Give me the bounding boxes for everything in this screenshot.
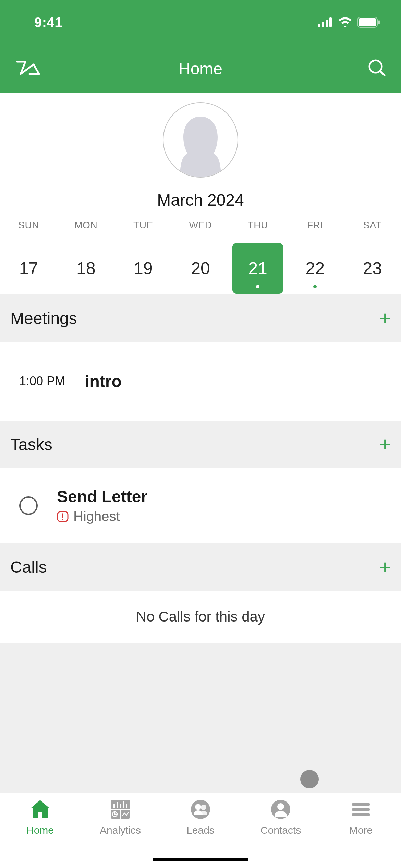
spacer <box>0 643 401 793</box>
tab-bar: Home Analytics <box>0 793 401 868</box>
task-checkbox[interactable] <box>19 496 38 515</box>
svg-rect-6 <box>378 20 380 24</box>
floating-indicator <box>300 770 319 788</box>
svg-rect-28 <box>352 808 370 811</box>
empty-text: No Calls for this day <box>136 608 265 625</box>
tab-label: Leads <box>186 824 215 836</box>
svg-rect-27 <box>352 803 370 806</box>
day-name: TUE <box>133 220 153 231</box>
week-calendar: SUN 17 MON 18 TUE 19 WED 20 THU 21 <box>0 220 401 294</box>
avatar[interactable] <box>163 102 238 178</box>
task-title: Send Letter <box>57 487 147 506</box>
svg-rect-20 <box>126 804 127 808</box>
day-number: 20 <box>191 258 210 278</box>
battery-icon <box>357 17 380 28</box>
svg-rect-3 <box>329 17 332 27</box>
svg-rect-17 <box>117 802 118 808</box>
page-title: Home <box>179 59 222 78</box>
svg-rect-0 <box>318 24 320 27</box>
tasks-section-header: Tasks + <box>0 421 401 468</box>
svg-point-23 <box>195 804 201 810</box>
svg-point-11 <box>62 519 63 520</box>
meeting-title: intro <box>85 372 122 391</box>
meeting-item[interactable]: 1:00 PM intro <box>0 342 401 421</box>
cellular-icon <box>318 17 333 27</box>
leads-icon <box>189 799 212 820</box>
add-meeting-button[interactable]: + <box>379 308 391 328</box>
svg-rect-5 <box>359 18 376 26</box>
task-item[interactable]: Send Letter Highest <box>0 468 401 543</box>
svg-line-8 <box>380 71 385 75</box>
day-cell[interactable]: SAT 23 <box>344 220 401 294</box>
day-dot-icon <box>313 285 317 288</box>
day-name: FRI <box>307 220 323 231</box>
tab-label: Home <box>26 824 54 836</box>
home-icon <box>28 799 52 820</box>
wifi-icon <box>338 17 352 27</box>
svg-rect-29 <box>352 813 370 816</box>
svg-point-24 <box>201 805 206 810</box>
contacts-icon <box>269 799 292 820</box>
day-cell[interactable]: FRI 22 <box>287 220 344 294</box>
day-cell-selected[interactable]: THU 21 <box>229 220 287 294</box>
status-time: 9:41 <box>34 15 62 30</box>
day-name: MON <box>74 220 97 231</box>
day-number: 19 <box>134 258 153 278</box>
priority-high-icon <box>57 511 69 522</box>
tab-label: Contacts <box>260 824 301 836</box>
zia-icon[interactable] <box>14 58 42 80</box>
svg-rect-18 <box>120 804 121 808</box>
day-name: SUN <box>18 220 39 231</box>
profile-section: March 2024 SUN 17 MON 18 TUE 19 WED 20 T… <box>0 93 401 294</box>
tab-home[interactable]: Home <box>0 798 80 868</box>
day-cell[interactable]: MON 18 <box>57 220 114 294</box>
avatar-silhouette-icon <box>166 110 235 178</box>
day-cell[interactable]: TUE 19 <box>114 220 172 294</box>
home-indicator[interactable] <box>153 858 248 861</box>
search-button[interactable] <box>367 58 387 79</box>
add-call-button[interactable]: + <box>379 557 391 577</box>
day-number: 21 <box>248 258 267 278</box>
day-dot-icon <box>256 285 259 288</box>
tab-contacts[interactable]: Contacts <box>241 798 321 868</box>
section-title: Calls <box>10 558 47 577</box>
calls-section-header: Calls + <box>0 543 401 591</box>
svg-rect-2 <box>326 20 328 27</box>
status-icons <box>318 17 380 28</box>
day-cell[interactable]: WED 20 <box>172 220 229 294</box>
tab-more[interactable]: More <box>321 798 401 868</box>
analytics-icon <box>109 799 132 820</box>
day-cell[interactable]: SUN 17 <box>0 220 57 294</box>
section-title: Meetings <box>10 309 77 328</box>
calls-empty-state: No Calls for this day <box>0 591 401 643</box>
day-number: 17 <box>19 258 38 278</box>
section-title: Tasks <box>10 435 52 454</box>
svg-rect-1 <box>322 22 324 27</box>
meeting-time: 1:00 PM <box>19 374 65 388</box>
month-label: March 2024 <box>157 178 244 220</box>
tab-label: More <box>349 824 373 836</box>
meetings-section-header: Meetings + <box>0 294 401 342</box>
svg-point-22 <box>191 800 210 819</box>
day-name: WED <box>189 220 212 231</box>
hamburger-icon <box>351 801 371 818</box>
day-number: 22 <box>305 258 325 278</box>
add-task-button[interactable]: + <box>379 434 391 454</box>
day-number: 23 <box>363 258 382 278</box>
day-number: 18 <box>76 258 96 278</box>
status-bar: 9:41 <box>0 0 401 45</box>
day-name: SAT <box>363 220 381 231</box>
svg-point-26 <box>277 803 284 810</box>
svg-rect-19 <box>123 801 124 808</box>
tab-label: Analytics <box>100 824 141 836</box>
svg-rect-12 <box>39 814 41 818</box>
priority-label: Highest <box>73 509 120 524</box>
tab-analytics[interactable]: Analytics <box>80 798 160 868</box>
svg-rect-16 <box>113 804 115 808</box>
nav-bar: Home <box>0 45 401 93</box>
task-priority: Highest <box>57 509 147 524</box>
day-name: THU <box>248 220 268 231</box>
